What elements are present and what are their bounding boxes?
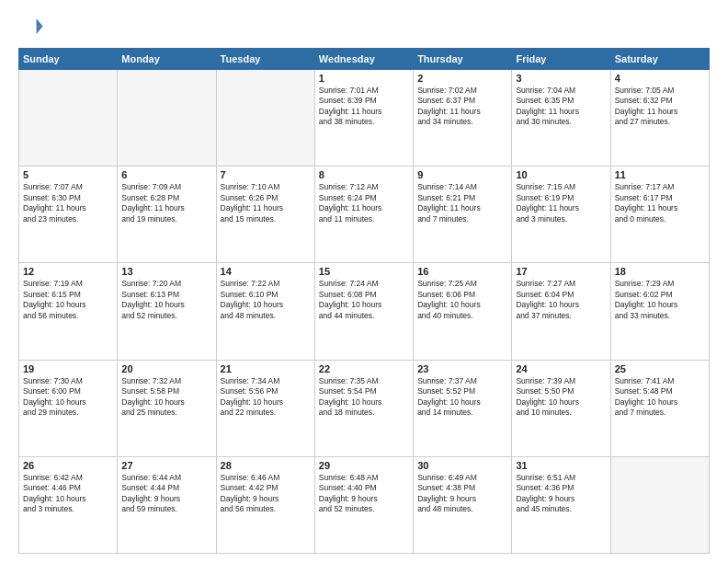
day-info: Sunrise: 6:44 AM Sunset: 4:44 PM Dayligh… xyxy=(121,473,211,515)
calendar-cell: 3Sunrise: 7:04 AM Sunset: 6:35 PM Daylig… xyxy=(512,70,610,167)
weekday-saturday: Saturday xyxy=(610,49,709,70)
day-number: 17 xyxy=(516,266,606,277)
day-info: Sunrise: 7:25 AM Sunset: 6:06 PM Dayligh… xyxy=(417,279,507,321)
day-number: 21 xyxy=(221,363,311,374)
day-info: Sunrise: 7:20 AM Sunset: 6:13 PM Dayligh… xyxy=(121,279,211,321)
calendar-cell: 26Sunrise: 6:42 AM Sunset: 4:46 PM Dayli… xyxy=(19,456,118,553)
calendar-cell: 5Sunrise: 7:07 AM Sunset: 6:30 PM Daylig… xyxy=(19,167,118,263)
calendar-cell: 18Sunrise: 7:29 AM Sunset: 6:02 PM Dayli… xyxy=(610,263,709,360)
week-row-4: 19Sunrise: 7:30 AM Sunset: 6:00 PM Dayli… xyxy=(19,360,710,456)
day-info: Sunrise: 7:14 AM Sunset: 6:21 PM Dayligh… xyxy=(417,182,507,224)
day-number: 2 xyxy=(417,73,507,84)
day-info: Sunrise: 7:24 AM Sunset: 6:08 PM Dayligh… xyxy=(319,279,409,321)
day-info: Sunrise: 7:01 AM Sunset: 6:39 PM Dayligh… xyxy=(319,86,409,128)
day-info: Sunrise: 7:02 AM Sunset: 6:37 PM Dayligh… xyxy=(417,86,507,128)
calendar-cell: 27Sunrise: 6:44 AM Sunset: 4:44 PM Dayli… xyxy=(118,456,216,553)
calendar-cell: 25Sunrise: 7:41 AM Sunset: 5:48 PM Dayli… xyxy=(610,360,709,456)
svg-marker-1 xyxy=(37,27,43,34)
calendar-cell xyxy=(19,70,118,167)
day-number: 11 xyxy=(615,169,705,180)
week-row-1: 1Sunrise: 7:01 AM Sunset: 6:39 PM Daylig… xyxy=(19,70,710,167)
day-info: Sunrise: 6:49 AM Sunset: 4:38 PM Dayligh… xyxy=(417,473,507,515)
calendar-cell: 12Sunrise: 7:19 AM Sunset: 6:15 PM Dayli… xyxy=(19,263,118,360)
calendar-cell: 8Sunrise: 7:12 AM Sunset: 6:24 PM Daylig… xyxy=(314,167,413,263)
calendar-cell: 21Sunrise: 7:34 AM Sunset: 5:56 PM Dayli… xyxy=(216,360,314,456)
weekday-sunday: Sunday xyxy=(19,49,118,70)
day-info: Sunrise: 7:19 AM Sunset: 6:15 PM Dayligh… xyxy=(23,279,113,321)
calendar-cell: 22Sunrise: 7:35 AM Sunset: 5:54 PM Dayli… xyxy=(314,360,413,456)
day-number: 18 xyxy=(615,266,705,277)
calendar-cell: 17Sunrise: 7:27 AM Sunset: 6:04 PM Dayli… xyxy=(512,263,610,360)
day-info: Sunrise: 7:37 AM Sunset: 5:52 PM Dayligh… xyxy=(417,376,507,419)
day-info: Sunrise: 7:35 AM Sunset: 5:54 PM Dayligh… xyxy=(319,376,409,419)
calendar-cell: 6Sunrise: 7:09 AM Sunset: 6:28 PM Daylig… xyxy=(118,167,216,263)
week-row-5: 26Sunrise: 6:42 AM Sunset: 4:46 PM Dayli… xyxy=(19,456,710,553)
day-number: 14 xyxy=(221,266,311,277)
calendar-cell: 14Sunrise: 7:22 AM Sunset: 6:10 PM Dayli… xyxy=(216,263,314,360)
day-info: Sunrise: 7:15 AM Sunset: 6:19 PM Dayligh… xyxy=(516,182,606,224)
day-number: 10 xyxy=(516,169,606,180)
day-info: Sunrise: 7:22 AM Sunset: 6:10 PM Dayligh… xyxy=(221,279,311,321)
week-row-3: 12Sunrise: 7:19 AM Sunset: 6:15 PM Dayli… xyxy=(19,263,710,360)
day-number: 3 xyxy=(516,73,606,84)
day-info: Sunrise: 7:05 AM Sunset: 6:32 PM Dayligh… xyxy=(615,86,705,128)
day-info: Sunrise: 7:30 AM Sunset: 6:00 PM Dayligh… xyxy=(23,376,113,419)
day-number: 13 xyxy=(121,266,211,277)
calendar-cell xyxy=(610,456,709,553)
day-number: 30 xyxy=(417,460,507,471)
page: SundayMondayTuesdayWednesdayThursdayFrid… xyxy=(0,0,728,563)
day-info: Sunrise: 7:09 AM Sunset: 6:28 PM Dayligh… xyxy=(121,182,211,224)
calendar-cell: 16Sunrise: 7:25 AM Sunset: 6:06 PM Dayli… xyxy=(414,263,512,360)
calendar-cell xyxy=(118,70,216,167)
calendar-cell: 20Sunrise: 7:32 AM Sunset: 5:58 PM Dayli… xyxy=(118,360,216,456)
day-number: 4 xyxy=(615,73,705,84)
svg-marker-0 xyxy=(37,18,43,26)
calendar-cell: 31Sunrise: 6:51 AM Sunset: 4:36 PM Dayli… xyxy=(512,456,610,553)
day-number: 24 xyxy=(516,363,606,374)
calendar-cell: 29Sunrise: 6:48 AM Sunset: 4:40 PM Dayli… xyxy=(314,456,413,553)
day-info: Sunrise: 6:48 AM Sunset: 4:40 PM Dayligh… xyxy=(319,473,409,515)
calendar-table: SundayMondayTuesdayWednesdayThursdayFrid… xyxy=(18,48,710,554)
day-number: 27 xyxy=(121,460,211,471)
calendar-cell: 15Sunrise: 7:24 AM Sunset: 6:08 PM Dayli… xyxy=(314,263,413,360)
calendar-cell: 10Sunrise: 7:15 AM Sunset: 6:19 PM Dayli… xyxy=(512,167,610,263)
week-row-2: 5Sunrise: 7:07 AM Sunset: 6:30 PM Daylig… xyxy=(19,167,710,263)
header xyxy=(18,15,710,40)
day-info: Sunrise: 7:29 AM Sunset: 6:02 PM Dayligh… xyxy=(615,279,705,321)
weekday-thursday: Thursday xyxy=(414,49,512,70)
calendar-cell: 23Sunrise: 7:37 AM Sunset: 5:52 PM Dayli… xyxy=(414,360,512,456)
day-number: 12 xyxy=(23,266,113,277)
calendar-cell: 24Sunrise: 7:39 AM Sunset: 5:50 PM Dayli… xyxy=(512,360,610,456)
calendar-cell: 4Sunrise: 7:05 AM Sunset: 6:32 PM Daylig… xyxy=(610,70,709,167)
day-info: Sunrise: 7:07 AM Sunset: 6:30 PM Dayligh… xyxy=(23,182,113,224)
logo-icon xyxy=(18,15,44,40)
calendar-cell: 30Sunrise: 6:49 AM Sunset: 4:38 PM Dayli… xyxy=(414,456,512,553)
day-number: 9 xyxy=(417,169,507,180)
calendar-cell: 19Sunrise: 7:30 AM Sunset: 6:00 PM Dayli… xyxy=(19,360,118,456)
weekday-monday: Monday xyxy=(118,49,216,70)
day-number: 7 xyxy=(221,169,311,180)
calendar-cell: 13Sunrise: 7:20 AM Sunset: 6:13 PM Dayli… xyxy=(118,263,216,360)
day-info: Sunrise: 6:46 AM Sunset: 4:42 PM Dayligh… xyxy=(221,473,311,515)
calendar-cell: 1Sunrise: 7:01 AM Sunset: 6:39 PM Daylig… xyxy=(314,70,413,167)
day-number: 15 xyxy=(319,266,409,277)
day-info: Sunrise: 7:27 AM Sunset: 6:04 PM Dayligh… xyxy=(516,279,606,321)
weekday-header-row: SundayMondayTuesdayWednesdayThursdayFrid… xyxy=(19,49,710,70)
weekday-friday: Friday xyxy=(512,49,610,70)
day-number: 1 xyxy=(319,73,409,84)
day-number: 22 xyxy=(319,363,409,374)
day-number: 19 xyxy=(23,363,113,374)
calendar-cell: 7Sunrise: 7:10 AM Sunset: 6:26 PM Daylig… xyxy=(216,167,314,263)
day-number: 29 xyxy=(319,460,409,471)
day-number: 16 xyxy=(417,266,507,277)
calendar-cell: 2Sunrise: 7:02 AM Sunset: 6:37 PM Daylig… xyxy=(414,70,512,167)
day-info: Sunrise: 7:10 AM Sunset: 6:26 PM Dayligh… xyxy=(221,182,311,224)
day-info: Sunrise: 7:32 AM Sunset: 5:58 PM Dayligh… xyxy=(121,376,211,419)
calendar-cell: 9Sunrise: 7:14 AM Sunset: 6:21 PM Daylig… xyxy=(414,167,512,263)
day-number: 6 xyxy=(121,169,211,180)
day-info: Sunrise: 7:34 AM Sunset: 5:56 PM Dayligh… xyxy=(221,376,311,419)
day-number: 31 xyxy=(516,460,606,471)
calendar-cell xyxy=(216,70,314,167)
day-info: Sunrise: 7:12 AM Sunset: 6:24 PM Dayligh… xyxy=(319,182,409,224)
day-info: Sunrise: 6:51 AM Sunset: 4:36 PM Dayligh… xyxy=(516,473,606,515)
